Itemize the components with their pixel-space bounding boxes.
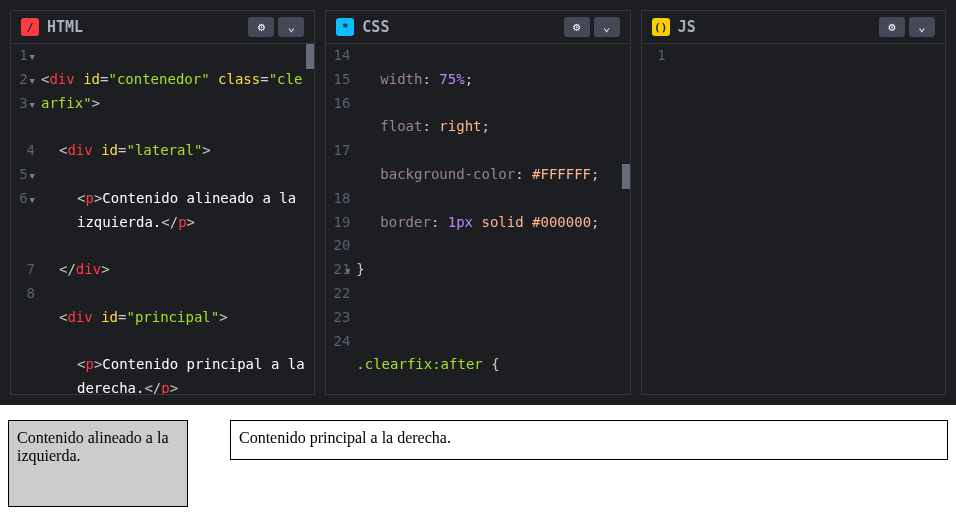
js-panel-title: JS	[678, 18, 696, 36]
css-panel-title: CSS	[362, 18, 389, 36]
css-gutter: 14 15 16 17 18 19 20▼ 21 22 23 24	[326, 44, 356, 394]
html-code[interactable]: <div id="contenedor" class="clearfix"> <…	[41, 44, 314, 394]
chevron-down-icon: ⌄	[603, 20, 610, 34]
css-panel: * CSS ⚙ ⌄ 14 15 16 17 18 19 20▼ 21 22 23…	[325, 10, 630, 395]
css-code-area[interactable]: 14 15 16 17 18 19 20▼ 21 22 23 24 width:…	[326, 44, 629, 394]
preview-lateral-box: Contenido alineado a la izquierda.	[8, 420, 188, 507]
css-code[interactable]: width: 75%; float: right; background-col…	[356, 44, 629, 394]
css-panel-actions: ⚙ ⌄	[564, 17, 620, 37]
chevron-down-icon: ⌄	[918, 20, 925, 34]
js-code[interactable]	[672, 44, 945, 394]
js-gutter: 1	[642, 44, 672, 394]
chevron-down-icon: ⌄	[288, 20, 295, 34]
html-badge-icon: /	[21, 18, 39, 36]
js-dropdown-button[interactable]: ⌄	[909, 17, 935, 37]
preview-lateral-text: Contenido alineado a la izquierda.	[17, 429, 179, 465]
css-dropdown-button[interactable]: ⌄	[594, 17, 620, 37]
preview-principal-text: Contenido principal a la derecha.	[239, 429, 939, 447]
js-title-wrap: () JS	[652, 18, 696, 36]
css-scrollbar-thumb[interactable]	[622, 164, 630, 189]
html-title-wrap: / HTML	[21, 18, 83, 36]
js-panel: () JS ⚙ ⌄ 1	[641, 10, 946, 395]
html-panel: / HTML ⚙ ⌄ 1▼ 2▼ 3▼ 4 5▼ 6▼ 7 8 <div id=…	[10, 10, 315, 395]
html-panel-title: HTML	[47, 18, 83, 36]
gear-icon: ⚙	[573, 20, 580, 34]
preview-principal-box: Contenido principal a la derecha.	[230, 420, 948, 460]
js-panel-actions: ⚙ ⌄	[879, 17, 935, 37]
js-panel-header: () JS ⚙ ⌄	[642, 11, 945, 44]
html-scrollbar-thumb[interactable]	[306, 44, 314, 69]
preview-pane: Contenido alineado a la izquierda. Conte…	[0, 405, 956, 515]
html-panel-header: / HTML ⚙ ⌄	[11, 11, 314, 44]
js-settings-button[interactable]: ⚙	[879, 17, 905, 37]
css-settings-button[interactable]: ⚙	[564, 17, 590, 37]
css-badge-icon: *	[336, 18, 354, 36]
css-title-wrap: * CSS	[336, 18, 389, 36]
html-gutter: 1▼ 2▼ 3▼ 4 5▼ 6▼ 7 8	[11, 44, 41, 394]
gear-icon: ⚙	[888, 20, 895, 34]
editor-row: / HTML ⚙ ⌄ 1▼ 2▼ 3▼ 4 5▼ 6▼ 7 8 <div id=…	[0, 0, 956, 405]
js-code-area[interactable]: 1	[642, 44, 945, 394]
html-code-area[interactable]: 1▼ 2▼ 3▼ 4 5▼ 6▼ 7 8 <div id="contenedor…	[11, 44, 314, 394]
html-settings-button[interactable]: ⚙	[248, 17, 274, 37]
css-panel-header: * CSS ⚙ ⌄	[326, 11, 629, 44]
html-panel-actions: ⚙ ⌄	[248, 17, 304, 37]
js-badge-icon: ()	[652, 18, 670, 36]
html-dropdown-button[interactable]: ⌄	[278, 17, 304, 37]
gear-icon: ⚙	[258, 20, 265, 34]
